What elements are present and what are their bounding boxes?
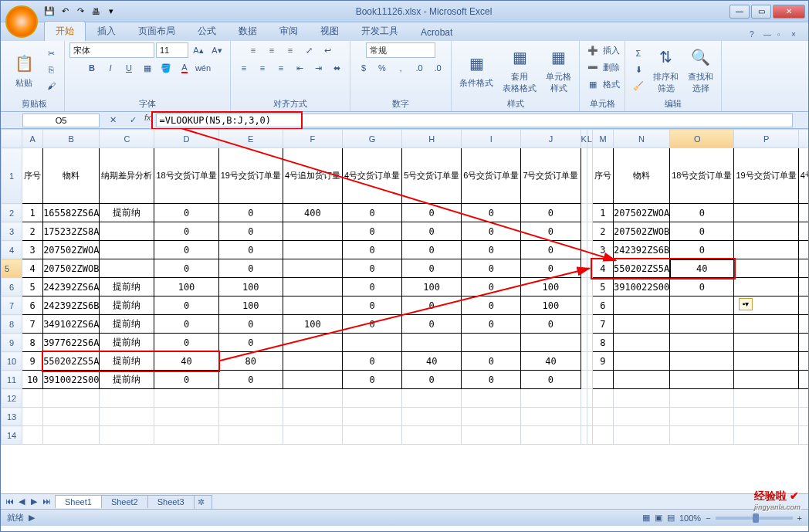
cell[interactable]: 0 [343, 222, 402, 241]
cell[interactable]: 4 [592, 259, 613, 278]
cell[interactable] [798, 426, 808, 445]
cell[interactable]: 0 [154, 371, 218, 389]
cell[interactable] [613, 296, 669, 315]
row-header[interactable]: 5 [2, 259, 22, 278]
cell[interactable]: 100 [521, 278, 581, 296]
cell[interactable] [670, 296, 734, 315]
cell[interactable] [587, 204, 592, 222]
cell[interactable]: 提前纳 [100, 352, 154, 371]
tab-developer[interactable]: 开发工具 [350, 22, 409, 41]
header-cell[interactable]: 7号交货订单量 [521, 148, 581, 204]
cell[interactable]: 0 [462, 296, 521, 315]
cell[interactable] [581, 296, 587, 315]
tab-first-icon[interactable]: ⏮ [4, 496, 15, 507]
col-header[interactable]: E [218, 130, 283, 148]
cell[interactable]: 8 [592, 334, 613, 352]
cell[interactable]: 0 [402, 315, 462, 334]
grid[interactable]: ABCDEFGHIJKLMNOPQRS1序号物料纳期差异分析18号交货订单量19… [1, 129, 808, 445]
cell[interactable] [670, 352, 734, 371]
cell[interactable]: 0 [521, 222, 581, 241]
cell[interactable] [22, 426, 43, 445]
col-header[interactable]: O [670, 130, 734, 148]
cell[interactable]: 0 [218, 334, 283, 352]
cell[interactable]: 0 [154, 296, 218, 315]
cell[interactable] [218, 426, 283, 445]
format-cells-icon[interactable]: ▦ [584, 76, 601, 92]
cell[interactable]: 0 [218, 204, 283, 222]
cell[interactable]: 242392ZS6B [613, 241, 669, 259]
cell[interactable]: 0 [402, 371, 462, 389]
cell[interactable]: 0 [402, 296, 462, 315]
row-header[interactable]: 3 [2, 222, 22, 241]
tab-view[interactable]: 视图 [310, 22, 350, 41]
macro-icon[interactable]: ▶ [29, 513, 35, 523]
cell[interactable]: 0 [343, 296, 402, 315]
cell[interactable]: 0 [343, 278, 402, 296]
cell[interactable] [587, 222, 592, 241]
cell[interactable]: 2 [592, 222, 613, 241]
worksheet[interactable]: ABCDEFGHIJKLMNOPQRS1序号物料纳期差异分析18号交货订单量19… [1, 129, 808, 493]
header-cell[interactable]: 18号交货订单量 [670, 148, 734, 204]
zoom-thumb[interactable] [753, 513, 759, 523]
cell[interactable] [592, 371, 613, 389]
cell[interactable]: 100 [154, 278, 218, 296]
ribbon-min-icon[interactable]: — [763, 30, 774, 41]
row-header[interactable]: 11 [2, 371, 22, 389]
wrap-text-icon[interactable]: ↩ [319, 42, 336, 58]
cell[interactable]: 提前纳 [100, 278, 154, 296]
cell[interactable]: 0 [343, 241, 402, 259]
cell[interactable]: 40 [521, 352, 581, 371]
cell[interactable]: 1 [22, 204, 43, 222]
cell[interactable]: 9 [22, 352, 43, 371]
cell[interactable]: 5 [22, 278, 43, 296]
number-format-select[interactable] [366, 42, 435, 58]
cell[interactable]: 0 [343, 204, 402, 222]
cell[interactable] [798, 259, 808, 278]
cell[interactable] [154, 408, 218, 426]
col-header[interactable]: P [734, 130, 798, 148]
cell[interactable] [283, 296, 342, 315]
cell[interactable]: 0 [462, 204, 521, 222]
cell[interactable]: 1 [592, 204, 613, 222]
cell[interactable] [402, 334, 462, 352]
cell[interactable]: 100 [218, 296, 283, 315]
cell[interactable]: 0 [343, 259, 402, 278]
cell[interactable] [581, 278, 587, 296]
zoom-level[interactable]: 100% [679, 513, 701, 523]
cell[interactable] [22, 389, 43, 408]
cell[interactable] [734, 278, 798, 296]
cell[interactable]: 0 [462, 352, 521, 371]
cell[interactable] [43, 426, 100, 445]
cell[interactable] [798, 204, 808, 222]
header-cell[interactable] [587, 148, 592, 204]
cell[interactable] [283, 408, 342, 426]
cell[interactable] [402, 389, 462, 408]
zoom-slider[interactable] [716, 517, 793, 520]
cell[interactable] [343, 334, 402, 352]
cell[interactable] [100, 389, 154, 408]
cell[interactable]: 0 [154, 315, 218, 334]
cell[interactable] [592, 389, 613, 408]
cell[interactable]: 8 [22, 334, 43, 352]
tab-formulas[interactable]: 公式 [187, 22, 227, 41]
cell[interactable]: 40 [670, 259, 734, 278]
ribbon-restore-icon[interactable]: ▫ [777, 30, 788, 41]
cell[interactable] [462, 426, 521, 445]
cell[interactable]: 0 [462, 278, 521, 296]
cell[interactable] [283, 278, 342, 296]
cell[interactable] [798, 296, 808, 315]
cell[interactable]: 349102ZS6A [43, 315, 100, 334]
cell[interactable] [734, 352, 798, 371]
cell[interactable] [613, 352, 669, 371]
cell[interactable]: 207502ZWOA [613, 204, 669, 222]
col-header[interactable]: N [613, 130, 669, 148]
cell[interactable]: 175232ZS8A [43, 222, 100, 241]
font-name-select[interactable] [69, 42, 154, 58]
bold-button[interactable]: B [83, 60, 100, 76]
cut-icon[interactable]: ✂ [42, 46, 59, 61]
tab-review[interactable]: 审阅 [269, 22, 309, 41]
cell[interactable] [798, 408, 808, 426]
header-cell[interactable]: 19号交货订单量 [218, 148, 283, 204]
delete-label[interactable]: 删除 [603, 62, 620, 73]
cell[interactable] [100, 408, 154, 426]
